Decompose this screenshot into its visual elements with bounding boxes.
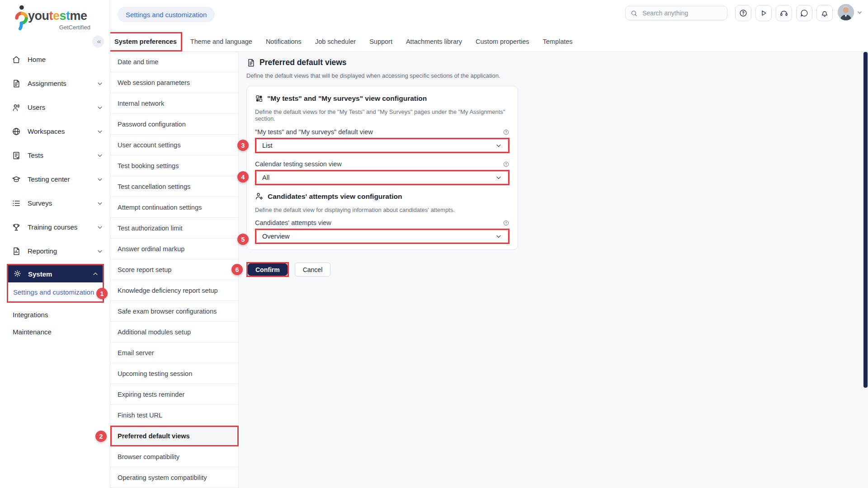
annotation-box-confirm: Confirm bbox=[246, 262, 289, 277]
youtestme-wordmark: youtestme bbox=[28, 9, 87, 23]
youtestme-logo-icon bbox=[13, 5, 30, 31]
tab-theme-and-language[interactable]: Theme and language bbox=[190, 32, 252, 51]
field-label-calendar-view: Calendar testing session view bbox=[255, 160, 342, 168]
sidebar-item-integrations[interactable]: Integrations bbox=[0, 306, 110, 323]
tab-system-preferences[interactable]: System preferences bbox=[114, 32, 177, 51]
settings-nav-upcoming-testing-session[interactable]: Upcoming testing session bbox=[110, 363, 238, 384]
account-menu-chevron-icon[interactable] bbox=[856, 9, 863, 16]
settings-nav-score-report-setup[interactable]: Score report setup bbox=[110, 259, 238, 280]
tab-notifications[interactable]: Notifications bbox=[266, 32, 302, 51]
tab-custom-properties[interactable]: Custom properties bbox=[476, 32, 529, 51]
sidebar-item-system[interactable]: System bbox=[8, 265, 103, 282]
breadcrumb[interactable]: Settings and customization bbox=[118, 7, 215, 22]
users-icon bbox=[12, 103, 21, 112]
vertical-scrollbar[interactable] bbox=[863, 52, 868, 388]
settings-nav-answer-ordinal-markup[interactable]: Answer ordinal markup bbox=[110, 239, 238, 259]
sidebar-item-tests[interactable]: Tests bbox=[0, 143, 110, 167]
settings-nav-test-booking-settings[interactable]: Test booking settings bbox=[110, 155, 238, 176]
home-icon bbox=[12, 55, 21, 64]
tab-attachments-library[interactable]: Attachments library bbox=[406, 32, 462, 51]
tab-support[interactable]: Support bbox=[369, 32, 392, 51]
calendar-view-dropdown[interactable]: All bbox=[256, 171, 508, 184]
page-title-icon bbox=[246, 58, 255, 67]
top-header: Settings and customization System prefer… bbox=[110, 0, 868, 52]
chevron-down-icon bbox=[96, 176, 104, 183]
annotation-box-attempts-view-dropdown: Overview bbox=[255, 229, 509, 244]
chevron-down-icon bbox=[96, 104, 104, 111]
grid-icon bbox=[255, 94, 263, 103]
sidebar-item-assignments[interactable]: Assignments bbox=[0, 71, 110, 95]
preferred-views-card: "My tests" and "My surveys" view configu… bbox=[246, 86, 518, 250]
settings-nav-preferred-default-views[interactable]: Preferred default views bbox=[110, 426, 238, 446]
chevron-down-icon bbox=[96, 152, 104, 159]
dropdown-value: List bbox=[262, 142, 273, 149]
settings-nav-web-session-parameters[interactable]: Web session parameters bbox=[110, 72, 238, 93]
chevron-down-icon bbox=[96, 128, 104, 135]
sidebar-item-home[interactable]: Home bbox=[0, 47, 110, 71]
settings-nav-operating-system-compatibility[interactable]: Operating system compatibility bbox=[110, 467, 238, 488]
settings-nav-email-server[interactable]: Email server bbox=[110, 343, 238, 363]
avatar[interactable] bbox=[838, 4, 854, 20]
main-content: Preferred default views Define the defau… bbox=[238, 52, 868, 488]
sidebar-item-reporting[interactable]: Reporting bbox=[0, 239, 110, 263]
settings-nav-attempt-continuation-settings[interactable]: Attempt continuation settings bbox=[110, 197, 238, 218]
settings-nav-date-and-time[interactable]: Date and time bbox=[110, 52, 238, 72]
search-icon bbox=[630, 9, 638, 17]
sidebar-item-surveys[interactable]: Surveys bbox=[0, 191, 110, 215]
settings-nav-expiring-tests-reminder[interactable]: Expiring tests reminder bbox=[110, 384, 238, 405]
gear-icon bbox=[13, 269, 22, 278]
chevron-down-icon bbox=[495, 233, 502, 240]
settings-nav-safe-exam-browser-configurations[interactable]: Safe exam browser configurations bbox=[110, 301, 238, 322]
info-icon[interactable] bbox=[503, 161, 509, 168]
default-view-dropdown[interactable]: List bbox=[256, 139, 508, 152]
section-title-my-tests-surveys: "My tests" and "My surveys" view configu… bbox=[267, 94, 427, 103]
graduation-cap-icon bbox=[12, 175, 21, 184]
globe-icon bbox=[12, 127, 21, 136]
page-title: Preferred default views bbox=[259, 58, 347, 67]
info-icon[interactable] bbox=[503, 129, 509, 136]
video-tutorials-button[interactable] bbox=[755, 5, 772, 21]
settings-nav-password-configuration[interactable]: Password configuration bbox=[110, 114, 238, 135]
settings-nav-list: Date and time Web session parameters Int… bbox=[110, 52, 239, 488]
chevron-down-icon bbox=[96, 224, 104, 231]
settings-nav-user-account-settings[interactable]: User account settings bbox=[110, 135, 238, 155]
annotation-box-system: System Settings and customization bbox=[7, 264, 104, 303]
sidebar-nav: Home Assignments Users Workspaces Tests … bbox=[0, 47, 110, 340]
sidebar-item-maintenance[interactable]: Maintenance bbox=[0, 323, 110, 340]
tab-templates[interactable]: Templates bbox=[543, 32, 573, 51]
brand-tagline: GetCertified bbox=[28, 24, 90, 31]
confirm-button[interactable]: Confirm bbox=[248, 263, 288, 276]
support-button[interactable] bbox=[776, 5, 792, 21]
sidebar-item-workspaces[interactable]: Workspaces bbox=[0, 119, 110, 143]
document-icon bbox=[12, 79, 21, 88]
settings-tabs: System preferences Theme and language No… bbox=[110, 32, 868, 51]
field-label-default-view: "My tests" and "My surveys" default view bbox=[255, 128, 373, 136]
sidebar-collapse-button[interactable] bbox=[92, 36, 104, 47]
sidebar-item-testing-center[interactable]: Testing center bbox=[0, 167, 110, 191]
chevron-up-icon bbox=[92, 270, 99, 277]
info-icon[interactable] bbox=[503, 220, 509, 226]
sidebar-item-training-courses[interactable]: Training courses bbox=[0, 215, 110, 239]
settings-nav-test-cancellation-settings[interactable]: Test cancellation settings bbox=[110, 176, 238, 197]
attempts-view-dropdown[interactable]: Overview bbox=[256, 230, 508, 243]
settings-nav-browser-compatibility[interactable]: Browser compatibility bbox=[110, 446, 238, 467]
main-sidebar: youtestme GetCertified Home Assignments … bbox=[0, 0, 110, 488]
search-input[interactable] bbox=[642, 9, 722, 17]
settings-nav-test-authorization-limit[interactable]: Test authorization limit bbox=[110, 218, 238, 239]
annotation-box-calendar-view-dropdown: All bbox=[255, 170, 509, 185]
settings-nav-knowledge-deficiency-report-setup[interactable]: Knowledge deficiency report setup bbox=[110, 280, 238, 301]
section-desc-candidates-attempts: Define the default view for displaying i… bbox=[255, 206, 509, 213]
cancel-button[interactable]: Cancel bbox=[295, 263, 331, 277]
annotation-box-default-view-dropdown: List bbox=[255, 138, 509, 153]
settings-nav-finish-test-url[interactable]: Finish test URL bbox=[110, 405, 238, 426]
tab-job-scheduler[interactable]: Job scheduler bbox=[315, 32, 356, 51]
settings-nav-additional-modules-setup[interactable]: Additional modules setup bbox=[110, 322, 238, 343]
notifications-button[interactable] bbox=[816, 5, 833, 21]
settings-nav-internal-network[interactable]: Internal network bbox=[110, 93, 238, 114]
messages-button[interactable] bbox=[796, 5, 812, 21]
search-box[interactable] bbox=[625, 6, 727, 20]
report-icon bbox=[12, 247, 21, 256]
sidebar-item-users[interactable]: Users bbox=[0, 95, 110, 119]
help-button[interactable] bbox=[735, 5, 751, 21]
sidebar-item-settings-and-customization[interactable]: Settings and customization bbox=[8, 282, 103, 301]
